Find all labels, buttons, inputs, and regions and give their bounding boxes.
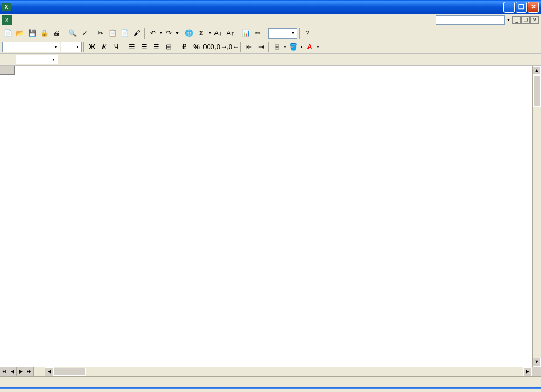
comma-button[interactable]: 000 xyxy=(203,41,214,53)
scroll-up-button[interactable]: ▲ xyxy=(533,66,541,75)
menu-window[interactable] xyxy=(74,19,82,21)
sheet-first-button[interactable]: ⏮ xyxy=(0,367,8,376)
new-button[interactable]: 📄 xyxy=(2,27,14,39)
help-search-input[interactable] xyxy=(436,15,505,25)
print-preview-button[interactable]: 🔍 xyxy=(67,27,78,39)
hyperlink-button[interactable]: 🌐 xyxy=(183,27,195,39)
name-box[interactable]: ▼ xyxy=(16,55,58,64)
sheet-next-button[interactable]: ▶ xyxy=(17,367,25,376)
align-right-button[interactable]: ☰ xyxy=(151,41,162,53)
paste-button[interactable]: 📄 xyxy=(119,27,130,39)
italic-button[interactable]: К xyxy=(98,41,110,53)
underline-button[interactable]: Ч xyxy=(110,41,122,53)
chart-wizard-button[interactable]: 📊 xyxy=(240,27,252,39)
menu-view[interactable] xyxy=(32,19,40,21)
sort-asc-button[interactable]: A↓ xyxy=(212,27,224,39)
app-icon: X xyxy=(2,3,11,11)
formatting-toolbar: ▼ ▼ Ж К Ч ☰ ☰ ☰ ⊞ ₽ % 000 ,0→ ,0← ⇤ ⇥ ⊞▼… xyxy=(0,40,541,54)
cut-button[interactable]: ✂ xyxy=(95,27,106,39)
decrease-indent-button[interactable]: ⇤ xyxy=(243,41,255,53)
window-titlebar: X _ ❐ ✕ xyxy=(0,0,541,14)
bold-button[interactable]: Ж xyxy=(86,41,98,53)
undo-button[interactable]: ↶▼ xyxy=(147,27,163,39)
scroll-left-button[interactable]: ◀ xyxy=(45,367,54,376)
increase-indent-button[interactable]: ⇥ xyxy=(255,41,267,53)
doc-close-button[interactable]: ✕ xyxy=(530,16,539,24)
cells-area[interactable] xyxy=(15,75,532,367)
open-button[interactable]: 📂 xyxy=(14,27,26,39)
help-dropdown-arrow[interactable]: ▼ xyxy=(507,18,510,22)
percent-button[interactable]: % xyxy=(191,41,202,53)
scroll-right-button[interactable]: ▶ xyxy=(523,367,532,376)
decrease-decimal-button[interactable]: ,0← xyxy=(227,41,239,53)
autosum-dropdown[interactable]: ▼ xyxy=(208,31,212,35)
vertical-scrollbar[interactable]: ▲ ▼ xyxy=(532,66,541,367)
select-all-corner[interactable] xyxy=(0,66,15,75)
doc-minimize-button[interactable]: _ xyxy=(512,16,521,24)
zoom-select[interactable]: ▼ xyxy=(268,28,297,39)
align-center-button[interactable]: ☰ xyxy=(138,41,150,53)
status-bar xyxy=(0,376,541,387)
format-painter-button[interactable]: 🖌 xyxy=(131,27,143,39)
font-select[interactable]: ▼ xyxy=(2,42,60,52)
taskbar-sliver xyxy=(0,387,541,389)
hscroll-thumb[interactable] xyxy=(54,368,86,376)
help-button[interactable]: ? xyxy=(302,27,313,39)
drawing-button[interactable]: ✏ xyxy=(253,27,264,39)
excel-doc-icon: X xyxy=(2,15,12,25)
menu-edit[interactable] xyxy=(23,19,32,21)
currency-button[interactable]: ₽ xyxy=(179,41,190,53)
row-headers xyxy=(0,75,15,367)
menu-insert[interactable] xyxy=(40,19,49,21)
maximize-button[interactable]: ❐ xyxy=(516,2,527,13)
spreadsheet-grid: ▲ ▼ xyxy=(0,66,541,367)
copy-button[interactable]: 📋 xyxy=(107,27,118,39)
menu-file[interactable] xyxy=(15,19,23,21)
menu-data[interactable] xyxy=(66,19,74,21)
permission-button[interactable]: 🔒 xyxy=(39,27,50,39)
close-button[interactable]: ✕ xyxy=(528,2,539,13)
increase-decimal-button[interactable]: ,0→ xyxy=(215,41,227,53)
formula-input[interactable] xyxy=(64,55,541,64)
menu-bar: X ▼ _ ❐ ✕ xyxy=(0,14,541,26)
scroll-corner xyxy=(532,367,541,376)
sheet-nav: ⏮ ◀ ▶ ⏭ xyxy=(0,367,34,376)
sort-desc-button[interactable]: A↑ xyxy=(225,27,236,39)
sheet-tabs-row: ⏮ ◀ ▶ ⏭ ◀ ▶ xyxy=(0,367,541,376)
save-button[interactable]: 💾 xyxy=(26,27,38,39)
autosum-button[interactable]: Σ xyxy=(195,27,207,39)
merge-center-button[interactable]: ⊞ xyxy=(163,41,174,53)
scroll-down-button[interactable]: ▼ xyxy=(533,358,541,367)
menu-help[interactable] xyxy=(82,19,91,21)
formula-bar-row: ▼ xyxy=(0,54,541,66)
standard-toolbar: 📄 📂 💾 🔒 🖨 🔍 ✓ ✂ 📋 📄 🖌 ↶▼ ↷▼ 🌐 Σ ▼ A↓ A↑ … xyxy=(0,26,541,40)
align-left-button[interactable]: ☰ xyxy=(126,41,138,53)
column-headers xyxy=(15,66,532,75)
vscroll-thumb[interactable] xyxy=(533,75,541,107)
font-size-select[interactable]: ▼ xyxy=(61,42,82,52)
sheet-prev-button[interactable]: ◀ xyxy=(8,367,17,376)
borders-button[interactable]: ⊞▼ xyxy=(271,41,287,53)
sheet-last-button[interactable]: ⏭ xyxy=(25,367,34,376)
spelling-button[interactable]: ✓ xyxy=(79,27,90,39)
horizontal-scrollbar[interactable]: ◀ ▶ xyxy=(45,367,541,376)
redo-button[interactable]: ↷▼ xyxy=(163,27,179,39)
fill-color-button[interactable]: 🪣▼ xyxy=(287,41,303,53)
doc-restore-button[interactable]: ❐ xyxy=(521,16,530,24)
menu-tools[interactable] xyxy=(57,19,66,21)
minimize-button[interactable]: _ xyxy=(503,2,515,13)
font-color-button[interactable]: A▼ xyxy=(304,41,320,53)
print-button[interactable]: 🖨 xyxy=(51,27,62,39)
menu-format[interactable] xyxy=(49,19,57,21)
